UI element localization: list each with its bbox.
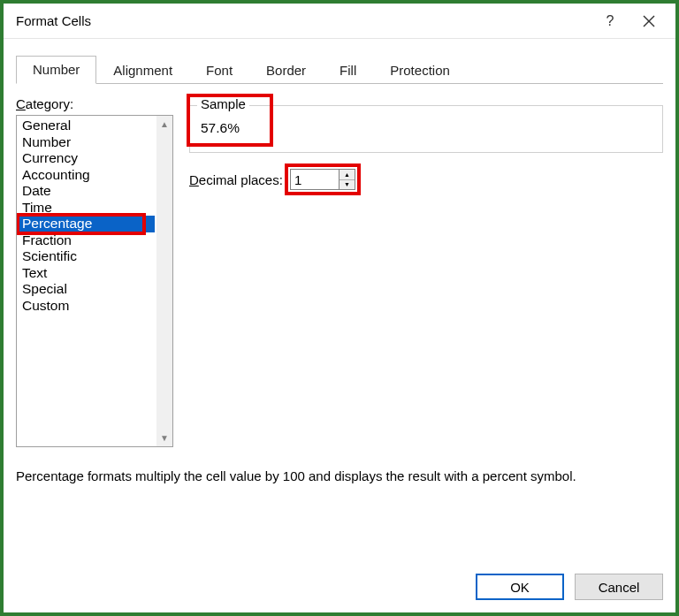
category-item-date[interactable]: Date	[19, 183, 155, 200]
spinner-down-button[interactable]: ▼	[340, 180, 355, 190]
category-item-number[interactable]: Number	[19, 134, 155, 151]
chevron-down-icon: ▼	[344, 181, 350, 187]
decimal-places-input[interactable]	[290, 169, 340, 190]
tab-alignment[interactable]: Alignment	[96, 57, 189, 84]
tab-panel-number: Category: General Number Currency Accoun…	[16, 84, 663, 552]
tab-border[interactable]: Border	[249, 57, 323, 84]
dialog-title: Format Cells	[16, 13, 591, 28]
titlebar: Format Cells ?	[4, 4, 675, 39]
decimal-places-spinner: ▲ ▼	[340, 169, 355, 190]
category-item-general[interactable]: General	[19, 118, 155, 134]
ok-button[interactable]: OK	[476, 574, 564, 600]
tab-number[interactable]: Number	[16, 56, 96, 84]
category-item-special[interactable]: Special	[19, 281, 155, 298]
dialog-footer: OK Cancel	[4, 565, 675, 612]
tab-strip: Number Alignment Font Border Fill Protec…	[16, 55, 663, 84]
close-button[interactable]	[629, 4, 668, 39]
sample-group: Sample 57.6%	[189, 105, 663, 153]
category-item-percentage[interactable]: Percentage	[19, 216, 155, 232]
dialog-body: Number Alignment Font Border Fill Protec…	[4, 39, 675, 565]
category-item-fraction[interactable]: Fraction	[19, 232, 155, 249]
category-item-custom[interactable]: Custom	[19, 298, 155, 315]
sample-value: 57.6%	[201, 120, 652, 136]
tab-protection[interactable]: Protection	[373, 57, 467, 84]
tab-fill[interactable]: Fill	[323, 57, 373, 84]
category-item-text[interactable]: Text	[19, 265, 155, 282]
sample-label: Sample	[197, 96, 249, 111]
chevron-up-icon: ▲	[344, 171, 350, 178]
category-item-currency[interactable]: Currency	[19, 150, 155, 167]
listbox-scrollbar[interactable]: ▲ ▼	[156, 116, 172, 446]
spinner-up-button[interactable]: ▲	[340, 170, 355, 180]
decimal-places-label: Decimal places:	[189, 172, 283, 187]
close-icon	[643, 15, 655, 27]
category-listbox[interactable]: General Number Currency Accounting Date …	[16, 115, 173, 447]
category-label: Category:	[16, 96, 173, 111]
cancel-button[interactable]: Cancel	[575, 574, 663, 600]
category-item-accounting[interactable]: Accounting	[19, 167, 155, 184]
tab-font[interactable]: Font	[189, 57, 249, 84]
format-description: Percentage formats multiply the cell val…	[16, 468, 663, 483]
category-item-scientific[interactable]: Scientific	[19, 248, 155, 265]
help-button[interactable]: ?	[591, 4, 629, 39]
scroll-up-icon: ▲	[160, 119, 169, 129]
format-cells-dialog: Format Cells ? Number Alignment Font Bor…	[0, 0, 679, 616]
scroll-down-icon: ▼	[160, 433, 169, 443]
category-item-time[interactable]: Time	[19, 200, 155, 217]
